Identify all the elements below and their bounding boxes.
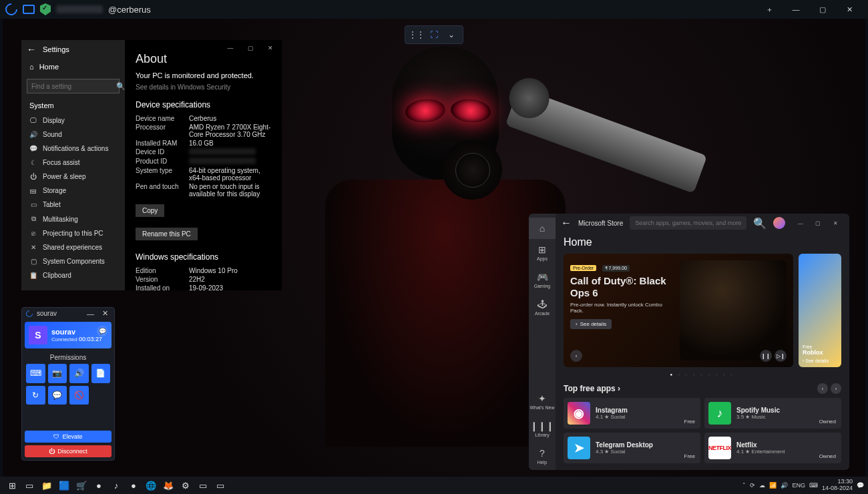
tray-sync-icon[interactable]: ⟳: [750, 482, 755, 489]
permission-toggle[interactable]: ↻: [26, 386, 45, 405]
store-nav-arcade[interactable]: 🕹Arcade: [529, 294, 556, 321]
app-card-instagram[interactable]: ◉ Instagram 4.1 ★ Social Free: [564, 398, 700, 429]
notification-icon[interactable]: 💬: [857, 482, 864, 489]
side-cta[interactable]: › See details: [803, 358, 837, 363]
settings-minimize[interactable]: —: [220, 41, 240, 55]
permission-toggle[interactable]: 💬: [48, 386, 67, 405]
store-nav-library[interactable]: ❙❙❙Library: [529, 415, 556, 443]
floating-toolbar[interactable]: ⋮⋮ ⛶ ⌄: [405, 25, 463, 44]
elevate-button[interactable]: 🛡 Elevate: [25, 431, 112, 443]
app-card-netflix[interactable]: NETFLIX Netflix 4.1 ★ Entertainment Owne…: [704, 433, 841, 463]
minimize-button[interactable]: —: [783, 0, 809, 19]
store-search[interactable]: [630, 216, 746, 230]
taskbar-app-7[interactable]: ●: [126, 478, 142, 493]
app-card-spotify-music[interactable]: ♪ Spotify Music 3.5 ★ Music Owned: [704, 398, 841, 429]
disconnect-button[interactable]: ⏻ Disconnect: [25, 445, 112, 457]
back-button[interactable]: ←: [27, 44, 36, 55]
security-details-link[interactable]: See details in Windows Security: [136, 83, 271, 91]
sidebar-item-storage[interactable]: 🖴Storage: [21, 184, 125, 198]
app-info: Netflix 4.1 ★ Entertainment: [736, 441, 785, 455]
tray-chevron-icon[interactable]: ˄: [742, 482, 746, 489]
permission-toggle[interactable]: 🔊: [69, 364, 89, 383]
store-search-input[interactable]: [635, 220, 741, 226]
pause-icon[interactable]: ❙❙: [760, 350, 772, 362]
search-icon[interactable]: 🔍: [753, 217, 767, 230]
store-avatar[interactable]: [773, 217, 785, 229]
taskbar-app-3[interactable]: 🟦: [56, 478, 72, 493]
top-free-title[interactable]: Top free apps ›: [564, 384, 620, 393]
permission-toggle[interactable]: ⌨: [26, 364, 45, 383]
taskbar-app-4[interactable]: 🛒: [73, 478, 89, 493]
taskbar-app-2[interactable]: 📁: [39, 478, 55, 493]
taskbar-app-0[interactable]: ⊞: [4, 478, 20, 493]
permission-toggle[interactable]: 📷: [48, 364, 67, 383]
search-icon: 🔍: [116, 82, 126, 91]
tray-wifi-icon[interactable]: 📶: [769, 482, 777, 489]
taskbar-app-12[interactable]: ▭: [212, 478, 228, 493]
sidebar-item-display[interactable]: 🖵Display: [21, 113, 125, 128]
monitor-icon[interactable]: [23, 5, 35, 14]
settings-home-button[interactable]: ⌂ Home: [21, 59, 125, 75]
taskbar-app-8[interactable]: 🌐: [143, 478, 159, 493]
tray-cloud-icon[interactable]: ☁: [759, 482, 765, 489]
copy-button[interactable]: Copy: [136, 204, 164, 217]
new-tab-button[interactable]: ＋: [756, 0, 783, 19]
hero-cta-button[interactable]: › See details: [570, 319, 612, 329]
dropdown-icon[interactable]: ⌄: [444, 27, 459, 42]
sidebar-item-tablet[interactable]: ▭Tablet: [21, 198, 125, 212]
sidebar-item-system-components[interactable]: ▢System Components: [21, 254, 125, 268]
store-minimize[interactable]: —: [792, 216, 809, 230]
maximize-button[interactable]: ▢: [809, 0, 836, 19]
sidebar-item-sound[interactable]: 🔊Sound: [21, 128, 125, 142]
sidebar-item-multitasking[interactable]: ⧉Multitasking: [21, 212, 125, 226]
sidebar-item-notifications-actions[interactable]: 💬Notifications & actions: [21, 142, 125, 156]
store-nav-gaming[interactable]: 🎮Gaming: [529, 266, 556, 294]
next-icon[interactable]: ▷❙: [775, 350, 787, 362]
hero-card-main[interactable]: Pre-Order ₹ 7,999.00 Call of Duty®: Blac…: [564, 254, 793, 367]
settings-search-input[interactable]: [31, 83, 116, 90]
store-nav-home[interactable]: ⌂: [529, 218, 556, 239]
taskbar-app-1[interactable]: ▭: [21, 478, 37, 493]
carousel-dots[interactable]: ● ○ ○ ○ ○ ○ ○ ○ ○: [564, 373, 841, 377]
taskbar-app-5[interactable]: ●: [91, 478, 107, 493]
store-nav-apps[interactable]: ⊞Apps: [529, 239, 556, 266]
sidebar-item-clipboard[interactable]: 📋Clipboard: [21, 268, 125, 282]
store-nav-help[interactable]: ?Help: [529, 443, 556, 470]
store-nav-bottom: ✦What's New❙❙❙Library?Help: [529, 388, 556, 470]
chat-icon[interactable]: 💬: [97, 326, 107, 336]
tray-lang[interactable]: ENG: [792, 482, 805, 489]
sidebar-item-power-sleep[interactable]: ⏻Power & sleep: [21, 170, 125, 184]
store-close[interactable]: ✕: [827, 216, 844, 230]
settings-search[interactable]: 🔍: [27, 79, 120, 93]
clock[interactable]: 13:30 14-08-2024: [822, 479, 853, 492]
remote-minimize[interactable]: —: [85, 310, 96, 318]
remote-close[interactable]: ✕: [100, 309, 110, 318]
hero-card-side[interactable]: Free Roblox › See details: [799, 254, 841, 367]
tray-volume-icon[interactable]: 🔊: [781, 482, 788, 489]
fullscreen-icon[interactable]: ⛶: [427, 27, 441, 42]
taskbar-app-11[interactable]: ▭: [195, 478, 211, 493]
app-card-telegram-desktop[interactable]: ➤ Telegram Desktop 4.3 ★ Social Free: [564, 433, 700, 463]
settings-close[interactable]: ✕: [260, 41, 280, 55]
store-back-icon[interactable]: ←: [561, 217, 572, 229]
store-nav-what-s-new[interactable]: ✦What's New: [529, 388, 556, 415]
store-maximize[interactable]: ▢: [809, 216, 827, 230]
sidebar-item-focus-assist[interactable]: ☾Focus assist: [21, 156, 125, 170]
permission-toggle[interactable]: 📄: [91, 364, 111, 383]
taskbar-app-10[interactable]: ⚙: [178, 478, 194, 493]
nav-label: Display: [43, 117, 65, 124]
close-button[interactable]: ✕: [836, 0, 863, 19]
prev-hero-icon[interactable]: ‹: [570, 350, 582, 362]
settings-maximize[interactable]: ▢: [240, 41, 260, 55]
scroll-right-icon[interactable]: ›: [831, 383, 841, 394]
scroll-left-icon[interactable]: ‹: [817, 383, 828, 394]
taskbar-app-6[interactable]: ♪: [108, 478, 124, 493]
taskbar-app-9[interactable]: 🦊: [160, 478, 176, 493]
permission-toggle[interactable]: 🚫: [69, 386, 89, 405]
nav-label: Clipboard: [43, 272, 71, 279]
tray-keyboard-icon[interactable]: ⌨: [809, 482, 818, 489]
rename-pc-button[interactable]: Rename this PC: [136, 228, 198, 240]
grip-icon[interactable]: ⋮⋮: [409, 27, 424, 42]
sidebar-item-shared-experiences[interactable]: ✕Shared experiences: [21, 240, 125, 254]
sidebar-item-projecting-to-this-pc[interactable]: ⎚Projecting to this PC: [21, 226, 125, 240]
